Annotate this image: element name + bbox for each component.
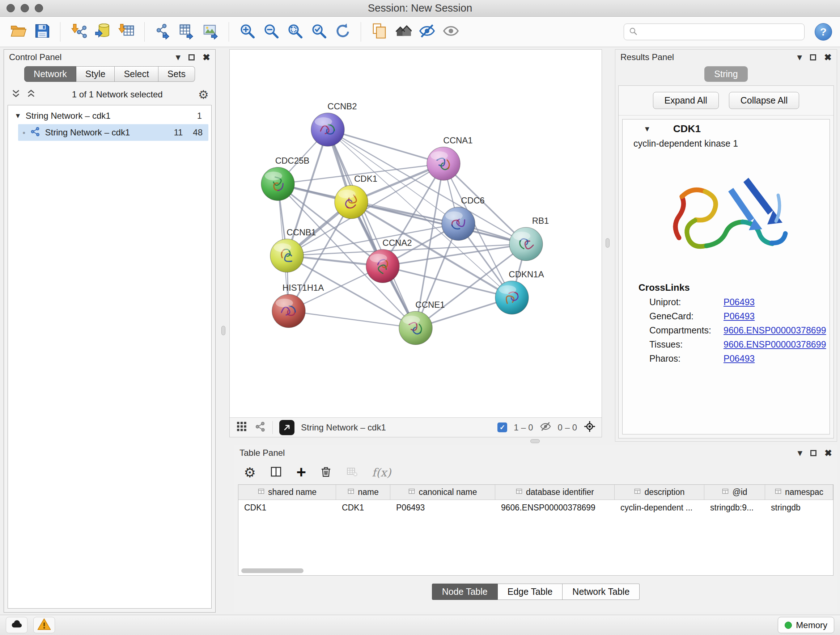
network-state-dot: ● bbox=[22, 130, 25, 135]
tab-select[interactable]: Select bbox=[115, 66, 158, 82]
bottom-splitter-handle[interactable] bbox=[531, 439, 540, 443]
tab-node-table[interactable]: Node Table bbox=[432, 584, 498, 600]
tree-expand-icon[interactable]: ▼ bbox=[14, 112, 21, 120]
collapse-section-icon[interactable]: ▼ bbox=[644, 125, 651, 133]
zoom-in-button[interactable] bbox=[237, 21, 257, 42]
eye-icon bbox=[442, 22, 459, 41]
column-header[interactable]: database identifier bbox=[495, 485, 615, 500]
export-table-button[interactable] bbox=[177, 21, 197, 42]
genecard-link[interactable]: P06493 bbox=[723, 311, 755, 321]
gear-icon[interactable]: ⚙ bbox=[198, 89, 209, 101]
hide-selected-button[interactable] bbox=[417, 21, 437, 42]
protein-name: CDK1 bbox=[673, 123, 701, 135]
network-node-ccnb1[interactable]: CCNB1 bbox=[270, 227, 316, 272]
table-row[interactable]: CDK1 CDK1 P06493 9606.ENSP00000378699 cy… bbox=[238, 500, 833, 515]
show-selected-button[interactable] bbox=[441, 21, 461, 42]
help-button[interactable]: ? bbox=[815, 23, 832, 41]
pharos-link[interactable]: P06493 bbox=[723, 353, 755, 364]
toolbar-separator bbox=[361, 22, 361, 42]
network-type-icon[interactable] bbox=[254, 421, 266, 434]
memory-button[interactable]: Memory bbox=[778, 617, 834, 633]
panel-menu-icon[interactable]: ▾ bbox=[175, 52, 180, 62]
open-session-button[interactable] bbox=[8, 21, 28, 42]
network-node-hist1h1a[interactable]: HIST1H1A bbox=[272, 283, 324, 328]
fit-crosshair-icon[interactable] bbox=[584, 420, 596, 435]
network-row-selected[interactable]: ● String Network – cdk1 11 48 bbox=[18, 124, 208, 141]
column-header[interactable]: canonical name bbox=[390, 485, 495, 500]
zoom-window-button[interactable] bbox=[35, 4, 43, 12]
panel-close-icon[interactable]: ✖ bbox=[824, 53, 832, 62]
import-network-file-button[interactable] bbox=[68, 21, 88, 42]
network-edge[interactable] bbox=[289, 311, 416, 328]
export-image-button[interactable] bbox=[201, 21, 221, 42]
search-box[interactable] bbox=[624, 24, 805, 40]
save-session-button[interactable] bbox=[32, 21, 52, 42]
zoom-selected-button[interactable] bbox=[309, 21, 329, 42]
panel-float-icon[interactable] bbox=[188, 54, 195, 60]
selected-checkbox-icon[interactable]: ✓ bbox=[497, 423, 507, 432]
zoom-out-button[interactable] bbox=[261, 21, 281, 42]
network-node-cdkn1a[interactable]: CDKN1A bbox=[495, 269, 544, 314]
panel-menu-icon[interactable]: ▾ bbox=[797, 448, 802, 458]
panel-menu-icon[interactable]: ▾ bbox=[797, 52, 802, 62]
horizontal-scrollbar[interactable] bbox=[241, 568, 303, 573]
tab-string[interactable]: String bbox=[704, 66, 747, 82]
network-canvas[interactable]: CCNB2CCNA1CDC25BCDK1CDC6RB1CCNB1CCNA2CDK… bbox=[230, 50, 602, 417]
column-header[interactable]: shared name bbox=[238, 485, 336, 500]
network-edge[interactable] bbox=[351, 202, 526, 244]
network-edge[interactable] bbox=[328, 130, 416, 328]
add-column-icon[interactable]: + bbox=[296, 465, 306, 480]
birds-eye-grid-icon[interactable] bbox=[235, 420, 248, 435]
column-header[interactable]: description bbox=[615, 485, 704, 500]
tab-style[interactable]: Style bbox=[76, 66, 115, 82]
tissues-link[interactable]: 9606.ENSP00000378699 bbox=[723, 339, 826, 350]
network-node-cdc6[interactable]: CDC6 bbox=[442, 195, 485, 241]
expand-all-icon[interactable] bbox=[26, 88, 36, 101]
panel-close-icon[interactable]: ✖ bbox=[202, 53, 210, 62]
hidden-eye-slash-icon[interactable] bbox=[540, 421, 551, 434]
close-window-button[interactable] bbox=[6, 4, 15, 12]
collapse-all-button[interactable]: Collapse All bbox=[729, 92, 799, 109]
zoom-fit-button[interactable] bbox=[285, 21, 305, 42]
network-node-ccnb2[interactable]: CCNB2 bbox=[311, 101, 357, 146]
tab-network-table[interactable]: Network Table bbox=[562, 584, 639, 600]
open-in-new-window-button[interactable] bbox=[279, 420, 294, 435]
panel-float-icon[interactable] bbox=[810, 54, 816, 60]
show-columns-icon[interactable] bbox=[270, 465, 283, 480]
export-network-button[interactable] bbox=[153, 21, 173, 42]
uniprot-link[interactable]: P06493 bbox=[723, 297, 755, 307]
column-header[interactable]: namespac bbox=[765, 485, 833, 500]
network-node-rb1[interactable]: RB1 bbox=[509, 216, 549, 261]
network-node-cdc25b[interactable]: CDC25B bbox=[261, 156, 309, 201]
left-splitter-handle[interactable] bbox=[221, 326, 225, 335]
search-input[interactable] bbox=[641, 27, 800, 37]
column-header[interactable]: name bbox=[336, 485, 390, 500]
network-node-ccna1[interactable]: CCNA1 bbox=[427, 135, 473, 180]
minimize-window-button[interactable] bbox=[21, 4, 29, 12]
home-views-button[interactable] bbox=[393, 21, 413, 42]
tab-network[interactable]: Network bbox=[24, 66, 76, 82]
crosslink-row: Pharos: P06493 bbox=[622, 350, 829, 364]
tab-edge-table[interactable]: Edge Table bbox=[498, 584, 563, 600]
panel-float-icon[interactable] bbox=[810, 450, 816, 456]
refresh-view-button[interactable] bbox=[332, 21, 353, 42]
warnings-button[interactable] bbox=[33, 617, 55, 633]
duplicate-document-button[interactable] bbox=[369, 21, 389, 42]
delete-column-trash-icon[interactable] bbox=[320, 466, 332, 479]
table-gear-icon[interactable]: ⚙ bbox=[244, 466, 256, 479]
import-table-button[interactable] bbox=[116, 21, 136, 42]
network-collection-row[interactable]: ▼ String Network – cdk1 1 bbox=[8, 108, 211, 124]
expand-all-button[interactable]: Expand All bbox=[653, 92, 719, 109]
network-edge[interactable] bbox=[328, 130, 444, 164]
cloud-sync-button[interactable] bbox=[6, 617, 27, 633]
network-tree[interactable]: ▼ String Network – cdk1 1 ● String Netwo… bbox=[8, 105, 212, 608]
column-header[interactable]: @id bbox=[704, 485, 765, 500]
right-splitter-handle[interactable] bbox=[606, 238, 609, 248]
tab-sets[interactable]: Sets bbox=[158, 66, 195, 82]
collapse-all-icon[interactable] bbox=[11, 88, 21, 101]
network-node-cdk1[interactable]: CDK1 bbox=[335, 174, 377, 219]
compartments-link[interactable]: 9606.ENSP00000378699 bbox=[723, 325, 826, 336]
import-network-database-button[interactable] bbox=[92, 21, 112, 42]
panel-close-icon[interactable]: ✖ bbox=[824, 448, 832, 458]
protein-header[interactable]: ▼ CDK1 bbox=[622, 119, 829, 138]
